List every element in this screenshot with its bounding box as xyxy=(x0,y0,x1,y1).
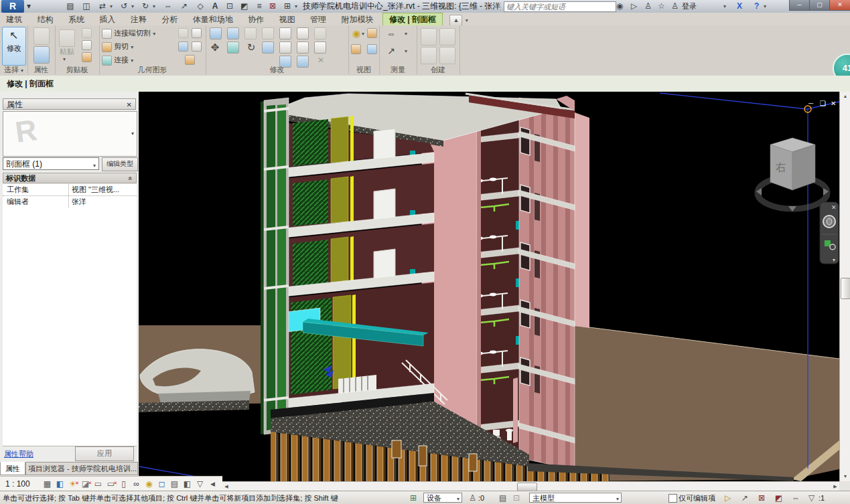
tab-systems[interactable]: 系统 xyxy=(62,13,90,26)
crop-view-icon[interactable]: ▭✕ xyxy=(105,478,117,490)
navbar-more-icon[interactable]: ▾ xyxy=(833,257,835,263)
join-end-cut-tool[interactable]: 连接端切割 ▾ xyxy=(102,27,155,39)
active-workset-select[interactable]: 设备 ▾ xyxy=(423,493,462,503)
measure-dropdown-icon[interactable]: ▾ xyxy=(405,31,407,37)
tab-massing-site[interactable]: 体量和场地 xyxy=(187,13,239,26)
edit-type-button[interactable]: 编辑类型 xyxy=(102,157,138,171)
exclude-options-icon[interactable]: ⊡ xyxy=(513,491,520,504)
save-icon[interactable]: ◫ xyxy=(80,0,92,13)
tab-modify-section-box[interactable]: 修改 | 剖面框 xyxy=(382,13,443,25)
horizontal-scrollbar[interactable]: ◀ ▶ xyxy=(222,481,839,491)
maximize-button[interactable]: ▢ xyxy=(809,0,830,11)
design-option-select[interactable]: 主模型 ▾ xyxy=(529,493,622,503)
detail-level-icon[interactable]: ▦ xyxy=(42,478,53,490)
property-row-edited-by[interactable]: 编辑者 张洋 xyxy=(3,196,137,208)
create-parts-icon[interactable] xyxy=(421,47,437,64)
properties-palette-icon[interactable] xyxy=(33,46,50,64)
scroll-right-icon[interactable]: ▶ xyxy=(831,482,839,491)
undo-icon[interactable]: ↺ xyxy=(118,0,130,13)
tab-addins[interactable]: 附加模块 xyxy=(336,13,380,26)
properties-grid-icon[interactable] xyxy=(33,27,50,45)
person-icon[interactable]: ♙ xyxy=(644,0,652,13)
visual-style-icon[interactable]: ◧ xyxy=(54,478,66,490)
measure-tool-icon[interactable]: ⇔ xyxy=(383,28,399,39)
move-icon[interactable]: ✥ xyxy=(208,41,222,54)
reveal-hidden-elements-icon[interactable]: ◉ xyxy=(143,478,155,490)
scale-icon[interactable] xyxy=(297,41,309,54)
open-icon[interactable]: ▤ xyxy=(64,0,76,13)
lightbulb-dropdown-icon[interactable]: ▾ xyxy=(362,31,364,37)
viewcube-right-face[interactable] xyxy=(792,145,815,190)
align-icon[interactable] xyxy=(210,27,222,39)
dimension-tool-icon[interactable]: ↗ xyxy=(383,46,399,56)
exchange-apps-icon[interactable]: X xyxy=(737,0,742,13)
qat-customize-icon[interactable]: ▾ xyxy=(293,0,299,13)
sun-path-icon[interactable]: ☀✕ xyxy=(67,478,78,490)
help-icon[interactable]: ? xyxy=(754,0,759,13)
minimize-button[interactable]: ─ xyxy=(789,0,810,11)
tab-annotate[interactable]: 注释 xyxy=(125,13,153,26)
scroll-down-icon[interactable]: ▼ xyxy=(840,472,850,481)
scroll-left-icon[interactable]: ◀ xyxy=(222,482,230,491)
zoom-icon[interactable] xyxy=(825,240,831,246)
select-link-icon[interactable]: ▷ xyxy=(725,491,731,504)
create-group-icon[interactable] xyxy=(421,28,437,46)
infocenter-search-input[interactable] xyxy=(504,1,616,12)
navbar-close-icon[interactable]: ✕ xyxy=(831,204,837,211)
cut-icon[interactable] xyxy=(82,28,92,38)
offset-icon[interactable] xyxy=(192,41,202,52)
editable-elements-icon[interactable]: ♙ xyxy=(469,491,476,504)
view-minimize-icon[interactable]: ─ xyxy=(808,100,814,107)
tab-structure[interactable]: 结构 xyxy=(31,13,59,26)
aligned-dimension-icon[interactable]: ↗ xyxy=(178,0,190,13)
scroll-up-icon[interactable]: ▲ xyxy=(840,92,850,101)
select-underlay-icon[interactable]: ↗ xyxy=(741,491,748,504)
apply-button[interactable]: 应用 xyxy=(75,446,134,461)
beam-cope-icon[interactable] xyxy=(178,41,188,52)
hammer-icon[interactable] xyxy=(185,55,195,65)
sync-icon[interactable]: ⇄ xyxy=(96,0,109,13)
close-hidden-windows-icon[interactable]: ⊠ xyxy=(267,0,279,13)
show-rendering-icon[interactable]: ▭ xyxy=(92,478,104,490)
properties-help-link[interactable]: 属性帮助 xyxy=(4,449,33,459)
vertical-scrollbar[interactable]: ▲ ▼ xyxy=(839,92,850,481)
app-menu-dropdown-icon[interactable]: ▾ xyxy=(25,0,32,13)
split-element-icon[interactable] xyxy=(279,27,291,39)
thin-lines-toggle-icon[interactable] xyxy=(367,44,377,54)
favorites-icon[interactable]: ☆ xyxy=(658,0,665,13)
section-collapse-icon[interactable]: « xyxy=(125,176,135,180)
tab-insert[interactable]: 插入 xyxy=(93,13,121,26)
close-button[interactable]: ✕ xyxy=(829,0,850,11)
signin-dropdown-icon[interactable]: ▾ xyxy=(723,0,726,13)
wall-joins-icon[interactable] xyxy=(178,28,188,38)
redo-dropdown-icon[interactable]: ▾ xyxy=(151,0,157,13)
undo-dropdown-icon[interactable]: ▾ xyxy=(130,0,135,13)
select-pinned-icon[interactable]: ⊠ xyxy=(758,491,765,504)
rotate-icon[interactable]: ↻ xyxy=(244,41,258,54)
copy-element-icon[interactable] xyxy=(227,41,239,54)
worksets-icon[interactable]: ⊞ xyxy=(410,491,417,504)
panel-select-label[interactable]: 选择 ▾ xyxy=(0,66,27,74)
analytical-model-icon[interactable]: ◧ xyxy=(182,478,193,490)
signin-label[interactable]: 登录 xyxy=(682,0,697,13)
palette-header[interactable]: 属性 ✕ xyxy=(3,98,136,110)
demolish-icon[interactable] xyxy=(192,28,202,38)
default-3d-view-icon[interactable]: ⊡ xyxy=(224,0,236,13)
navigation-bar[interactable]: ✕ ▾ xyxy=(820,202,839,264)
ribbon-state-dropdown-icon[interactable]: ▾ xyxy=(466,17,468,23)
select-by-face-icon[interactable]: ◩ xyxy=(775,491,782,504)
show-crop-region-icon[interactable]: ▯ xyxy=(118,478,129,490)
drawing-area[interactable]: 右 ✕ ▾ ─ ❏ ✕ xyxy=(139,92,839,481)
cut-geometry-tool[interactable]: 剪切 ▾ xyxy=(102,40,133,52)
more-view-tools-icon[interactable]: ◀ xyxy=(207,478,218,490)
trim-corner-icon[interactable] xyxy=(314,27,326,39)
tag-icon[interactable]: ◇ xyxy=(194,0,206,13)
application-menu-button[interactable]: R xyxy=(1,0,24,13)
preview-dropdown-icon[interactable]: ▾ xyxy=(131,131,134,137)
trim-extend-icon[interactable] xyxy=(262,41,274,54)
dimension-dropdown-icon[interactable]: ▾ xyxy=(405,48,407,54)
join-geometry-tool[interactable]: 连接 ▾ xyxy=(102,54,133,66)
text-icon[interactable]: A xyxy=(209,0,221,13)
measure-icon[interactable]: ⇔ xyxy=(162,0,174,13)
vertical-scroll-thumb[interactable] xyxy=(841,278,850,299)
